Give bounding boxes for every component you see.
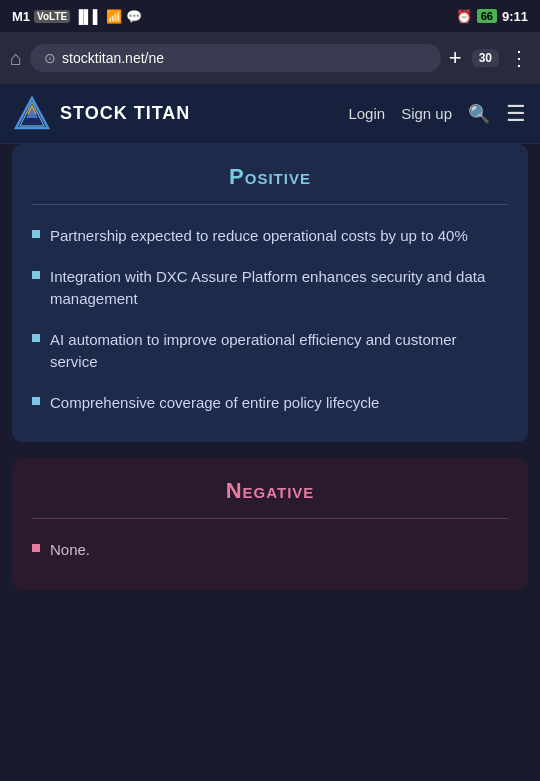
tab-count-button[interactable]: 30 <box>472 49 499 67</box>
list-item: None. <box>32 539 508 562</box>
main-content: Positive Partnership expected to reduce … <box>0 144 540 590</box>
positive-divider <box>32 204 508 205</box>
bullet-text: Comprehensive coverage of entire policy … <box>50 392 379 415</box>
home-icon[interactable]: ⌂ <box>10 47 22 70</box>
hamburger-menu-icon[interactable]: ☰ <box>506 101 526 127</box>
negative-divider <box>32 518 508 519</box>
list-item: Partnership expected to reduce operation… <box>32 225 508 248</box>
nav-links: Login Sign up 🔍 ☰ <box>348 101 526 127</box>
bullet-icon <box>32 271 40 279</box>
browser-menu-button[interactable]: ⋮ <box>509 46 530 70</box>
bullet-icon <box>32 334 40 342</box>
negative-bullet-list: None. <box>32 539 508 562</box>
logo-icon <box>14 96 50 132</box>
list-item: AI automation to improve operational eff… <box>32 329 508 374</box>
bullet-text: None. <box>50 539 90 562</box>
site-icon: ⊙ <box>44 50 56 66</box>
positive-bullet-list: Partnership expected to reduce operation… <box>32 225 508 414</box>
negative-title: Negative <box>32 478 508 504</box>
navbar: STOCK TITAN Login Sign up 🔍 ☰ <box>0 84 540 144</box>
search-icon[interactable]: 🔍 <box>468 103 490 125</box>
alarm-icon: ⏰ <box>456 9 472 24</box>
bullet-text: AI automation to improve operational eff… <box>50 329 508 374</box>
wifi-icon: 📶 <box>106 9 122 24</box>
signup-button[interactable]: Sign up <box>401 105 452 122</box>
bullet-icon <box>32 230 40 238</box>
section-gap <box>0 442 540 458</box>
login-button[interactable]: Login <box>348 105 385 122</box>
bullet-text: Partnership expected to reduce operation… <box>50 225 468 248</box>
status-bar: M1 VoLTE ▐▌▌ 📶 💬 ⏰ 66 9:11 <box>0 0 540 32</box>
status-left: M1 VoLTE ▐▌▌ 📶 💬 <box>12 9 142 24</box>
bullet-icon <box>32 397 40 405</box>
url-text: stocktitan.net/ne <box>62 50 164 66</box>
positive-title: Positive <box>32 164 508 190</box>
battery-icon: 66 <box>477 9 497 23</box>
list-item: Integration with DXC Assure Platform enh… <box>32 266 508 311</box>
bullet-text: Integration with DXC Assure Platform enh… <box>50 266 508 311</box>
time-label: 9:11 <box>502 9 528 24</box>
negative-section: Negative None. <box>12 458 528 590</box>
whatsapp-icon: 💬 <box>126 9 142 24</box>
positive-section: Positive Partnership expected to reduce … <box>12 144 528 442</box>
browser-bar: ⌂ ⊙ stocktitan.net/ne + 30 ⋮ <box>0 32 540 84</box>
url-bar[interactable]: ⊙ stocktitan.net/ne <box>30 44 441 72</box>
signal-icon: ▐▌▌ <box>74 9 102 24</box>
bullet-icon <box>32 544 40 552</box>
new-tab-button[interactable]: + <box>449 45 462 71</box>
browser-actions: + 30 ⋮ <box>449 45 530 71</box>
brand-name: STOCK TITAN <box>60 103 338 124</box>
status-right: ⏰ 66 9:11 <box>456 9 528 24</box>
carrier-label: M1 <box>12 9 30 24</box>
volte-badge: VoLTE <box>34 10 70 23</box>
list-item: Comprehensive coverage of entire policy … <box>32 392 508 415</box>
